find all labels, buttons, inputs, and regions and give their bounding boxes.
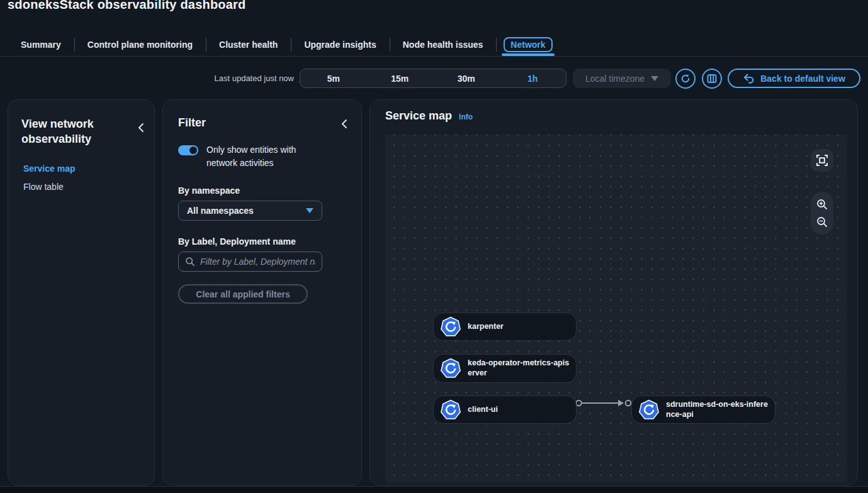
info-link[interactable]: Info bbox=[459, 113, 473, 121]
map-icon bbox=[707, 74, 717, 84]
collapse-panel-button[interactable] bbox=[137, 123, 145, 135]
back-to-default-view-button[interactable]: Back to default view bbox=[728, 69, 860, 88]
zoom-out-icon bbox=[816, 216, 828, 228]
service-map-header: Service map Info bbox=[385, 109, 473, 123]
tab-network[interactable]: Network bbox=[496, 33, 560, 56]
view-nav-list: Service map Flow table bbox=[8, 163, 154, 192]
view-network-observability-panel: View network observability Service map F… bbox=[8, 99, 155, 485]
zoom-in-icon bbox=[816, 199, 828, 210]
zoom-out-button[interactable] bbox=[816, 216, 828, 228]
search-icon bbox=[185, 257, 195, 267]
tab-bar: Summary Control plane monitoring Cluster… bbox=[0, 33, 868, 57]
label-filter-input[interactable] bbox=[200, 257, 315, 267]
time-range-30m[interactable]: 30m bbox=[433, 69, 500, 87]
time-range-15m[interactable]: 15m bbox=[367, 69, 434, 87]
namespace-value: All namespaces bbox=[187, 206, 306, 216]
node-label: keda-operator-metrics-apiserver bbox=[468, 358, 571, 378]
tab-upgrade-insights[interactable]: Upgrade insights bbox=[291, 33, 389, 56]
tab-node-health-issues[interactable]: Node health issues bbox=[390, 33, 497, 56]
service-node-karpenter[interactable]: karpenter bbox=[433, 313, 577, 341]
kubernetes-deployment-icon bbox=[638, 399, 660, 421]
time-range-segmented-control: 5m 15m 30m 1h bbox=[300, 69, 566, 88]
timezone-value: Local timezone bbox=[585, 74, 645, 84]
network-activity-toggle-row: Only show entities with network activiti… bbox=[178, 143, 346, 170]
toggle-label: Only show entities with network activiti… bbox=[206, 143, 313, 170]
fit-to-screen-icon bbox=[816, 154, 828, 167]
node-label: karpenter bbox=[468, 322, 571, 332]
node-label: sdruntime-sd-on-eks-inference-api bbox=[666, 400, 769, 419]
kubernetes-deployment-icon bbox=[440, 316, 461, 338]
kubernetes-deployment-icon bbox=[440, 358, 461, 379]
node-label: client-ui bbox=[468, 405, 571, 415]
service-node-client-ui[interactable]: client-ui bbox=[433, 396, 577, 424]
map-view-button[interactable] bbox=[702, 69, 722, 89]
tab-summary[interactable]: Summary bbox=[8, 33, 74, 56]
edge-client-ui-to-sdruntime[interactable] bbox=[575, 397, 632, 409]
fit-to-screen-button[interactable] bbox=[811, 149, 833, 172]
kubernetes-deployment-icon bbox=[440, 399, 461, 421]
service-node-sdruntime-sd-on-eks-inference-api[interactable]: sdruntime-sd-on-eks-inference-api bbox=[631, 396, 775, 424]
bottom-divider bbox=[0, 486, 868, 493]
caret-down-icon bbox=[651, 76, 658, 81]
clear-filters-button[interactable]: Clear all applied filters bbox=[178, 284, 308, 304]
back-to-default-view-label: Back to default view bbox=[760, 74, 845, 84]
collapse-filter-button[interactable] bbox=[340, 119, 349, 131]
service-map-canvas[interactable]: karpenter keda-operator-metrics-apiserve… bbox=[385, 135, 847, 483]
zoom-in-button[interactable] bbox=[816, 199, 828, 210]
undo-arrow-icon bbox=[743, 73, 755, 84]
zoom-controls bbox=[811, 192, 833, 235]
last-updated-text: Last updated just now bbox=[215, 74, 294, 83]
refresh-button[interactable] bbox=[675, 69, 696, 89]
timezone-select[interactable]: Local timezone bbox=[573, 69, 671, 88]
nav-item-service-map[interactable]: Service map bbox=[23, 163, 154, 174]
namespace-select[interactable]: All namespaces bbox=[178, 201, 322, 221]
panel-title: View network observability bbox=[8, 100, 154, 147]
namespace-label: By namespace bbox=[178, 186, 346, 196]
chevron-left-icon bbox=[340, 119, 349, 129]
filter-title: Filter bbox=[178, 116, 346, 130]
label-filter-searchbox bbox=[178, 252, 322, 272]
chevron-left-icon bbox=[137, 123, 145, 133]
service-map-title: Service map bbox=[385, 109, 452, 123]
label-filter-label: By Label, Deployment name bbox=[178, 236, 346, 246]
service-node-keda-operator-metrics-apiserver[interactable]: keda-operator-metrics-apiserver bbox=[433, 354, 577, 383]
service-map-panel: Service map Info bbox=[369, 99, 858, 485]
time-range-1h[interactable]: 1h bbox=[500, 69, 566, 87]
time-range-5m[interactable]: 5m bbox=[300, 69, 367, 87]
toggle-knob bbox=[189, 147, 197, 154]
tab-control-plane-monitoring[interactable]: Control plane monitoring bbox=[74, 33, 206, 56]
toolbar: Last updated just now 5m 15m 30m 1h Loca… bbox=[0, 69, 868, 89]
tab-cluster-health[interactable]: Cluster health bbox=[206, 33, 291, 56]
nav-item-flow-table[interactable]: Flow table bbox=[23, 182, 154, 192]
filter-panel: Filter Only show entities with network a… bbox=[162, 99, 362, 485]
caret-down-icon bbox=[306, 208, 313, 213]
refresh-icon bbox=[680, 73, 691, 84]
observability-dashboard: sdoneksStack observability dashboard Sum… bbox=[0, 0, 868, 493]
page-title: sdoneksStack observability dashboard bbox=[8, 0, 245, 12]
network-activity-toggle[interactable] bbox=[178, 145, 198, 155]
